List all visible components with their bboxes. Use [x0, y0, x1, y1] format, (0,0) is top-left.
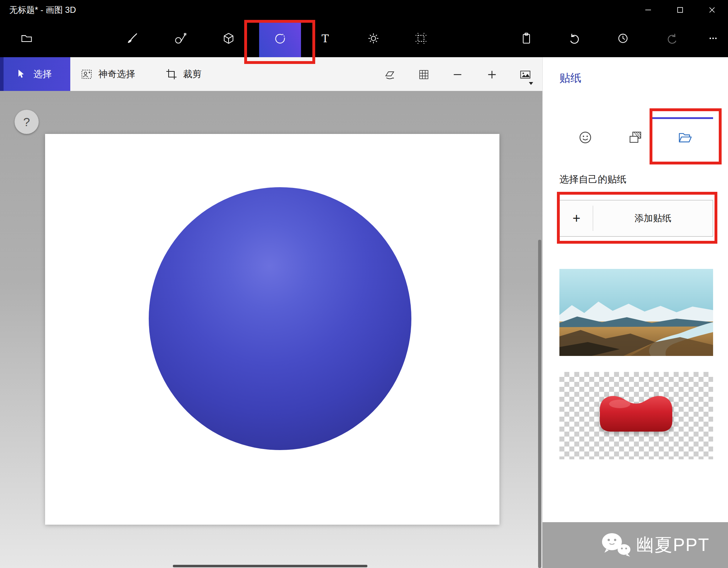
zoom-in-button[interactable] — [484, 67, 500, 82]
textures-icon — [628, 130, 643, 145]
crop-icon — [165, 68, 177, 80]
watermark-text: 幽夏PPT — [636, 533, 710, 557]
crop-button[interactable]: 裁剪 — [165, 57, 202, 91]
tab-emoji-stickers[interactable] — [578, 130, 593, 145]
annotation-highlight-stickers-tool — [244, 20, 315, 64]
minimize-icon — [644, 5, 653, 15]
fit-image-icon — [519, 69, 531, 81]
2d-shapes-tool-button[interactable] — [169, 27, 192, 50]
maximize-button[interactable] — [664, 0, 696, 20]
brush-icon — [126, 32, 138, 45]
landscape-photo — [559, 269, 713, 356]
clipboard-paste-icon — [520, 32, 533, 45]
vertical-scrollbar[interactable] — [538, 240, 541, 568]
close-button[interactable] — [696, 0, 728, 20]
annotation-highlight-add-sticker-button — [557, 192, 717, 244]
3d-cube-icon — [222, 32, 235, 45]
minus-icon — [451, 69, 464, 81]
magic-select-button[interactable]: 神奇选择 — [81, 57, 135, 91]
annotation-highlight-custom-stickers-tab — [650, 108, 722, 164]
magic-select-label: 神奇选择 — [98, 68, 135, 80]
3d-shapes-tool-button[interactable] — [217, 27, 240, 50]
close-icon — [707, 5, 717, 15]
effects-tool-button[interactable] — [362, 27, 385, 50]
sticker-thumbnail-red-shape[interactable] — [559, 372, 713, 459]
sticker-thumbnail-landscape[interactable] — [559, 269, 713, 356]
window-controls — [632, 0, 728, 20]
menu-folder-icon — [20, 32, 33, 45]
grid-icon — [418, 69, 430, 81]
brush-tool-button[interactable] — [121, 27, 143, 50]
text-tool-icon: T — [319, 32, 332, 45]
history-button[interactable] — [612, 27, 634, 50]
more-options-button[interactable] — [702, 27, 724, 50]
main-toolbar: T — [0, 20, 728, 57]
undo-icon — [568, 32, 581, 45]
fit-dropdown-caret-icon[interactable] — [529, 82, 533, 85]
magic-select-icon — [81, 68, 93, 80]
crop-label: 裁剪 — [183, 68, 202, 80]
wechat-logo-icon — [599, 530, 633, 561]
horizontal-scrollbar[interactable] — [173, 565, 367, 567]
paste-button[interactable] — [515, 27, 538, 50]
choose-own-stickers-label: 选择自己的贴纸 — [559, 173, 626, 186]
canvas-tool-button[interactable] — [410, 27, 432, 50]
panel-title: 贴纸 — [559, 71, 581, 86]
fit-to-view-button[interactable] — [518, 67, 533, 82]
grid-toggle-button[interactable] — [416, 67, 432, 82]
red-shape-sticker — [595, 390, 677, 434]
blue-3d-sphere-object[interactable] — [149, 187, 411, 450]
window-title: 无标题* - 画图 3D — [9, 0, 76, 20]
help-button[interactable]: ? — [15, 110, 39, 134]
svg-text:T: T — [322, 32, 329, 45]
cursor-arrow-icon — [15, 69, 26, 80]
canvas-area: ? — [0, 91, 542, 568]
3d-view-button[interactable] — [382, 67, 398, 82]
undo-button[interactable] — [563, 27, 586, 50]
menu-button[interactable] — [15, 27, 38, 50]
2d-shapes-icon — [174, 32, 187, 45]
redo-button[interactable] — [661, 27, 683, 50]
minimize-button[interactable] — [632, 0, 664, 20]
select-label: 选择 — [33, 68, 52, 80]
history-clock-icon — [617, 32, 629, 45]
plus-icon — [486, 69, 498, 81]
zoom-out-button[interactable] — [450, 67, 465, 82]
titlebar: 无标题* - 画图 3D — [0, 0, 728, 20]
redo-icon — [666, 32, 678, 45]
select-tool-button[interactable]: 选择 — [0, 57, 70, 91]
text-tool-button[interactable]: T — [314, 27, 336, 50]
smiley-sticker-icon — [578, 130, 593, 145]
maximize-icon — [675, 5, 685, 15]
sun-effects-icon — [367, 32, 380, 45]
3d-view-icon — [384, 69, 396, 81]
tab-textures[interactable] — [628, 130, 643, 145]
canvas-icon — [415, 32, 427, 45]
drawing-canvas[interactable] — [45, 134, 499, 525]
watermark-band: 幽夏PPT — [542, 522, 728, 568]
ellipsis-icon — [707, 32, 719, 45]
